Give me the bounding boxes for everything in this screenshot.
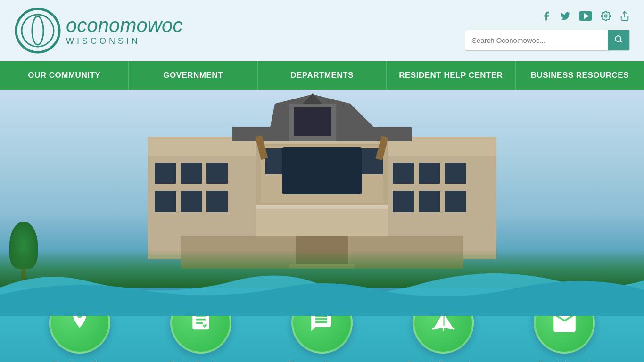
nav-departments[interactable]: DEPARTMENTS (258, 61, 387, 90)
quick-links-row: Eat, Stay, Play Visitor Information Doin… (0, 321, 644, 362)
svg-rect-32 (445, 163, 466, 184)
social-icons-bar (541, 11, 630, 24)
search-button[interactable] (608, 30, 629, 50)
logo-text: oconomowoc WISCONSIN (66, 16, 182, 46)
logo-area[interactable]: oconomowoc WISCONSIN (14, 7, 182, 54)
parks-recreation-title: Parks & Recreation (406, 360, 480, 362)
eat-stay-play-title: Eat, Stay, Play (52, 360, 107, 362)
settings-icon[interactable] (601, 11, 611, 24)
facebook-icon[interactable] (541, 11, 552, 24)
nav-our-community[interactable]: OUR COMMUNITY (0, 61, 129, 90)
stay-informed-title: Stay Informed (538, 360, 591, 362)
svg-rect-26 (155, 191, 176, 212)
state-name: WISCONSIN (66, 36, 182, 46)
header-right (465, 11, 630, 51)
svg-rect-31 (419, 163, 440, 184)
main-nav: OUR COMMUNITY GOVERNMENT DEPARTMENTS RES… (0, 61, 644, 90)
site-header: oconomowoc WISCONSIN (0, 0, 644, 61)
svg-point-7 (615, 36, 621, 41)
nav-government[interactable]: GOVERNMENT (129, 61, 257, 90)
svg-point-2 (32, 16, 43, 45)
report-concern-title: Report a Concern (289, 360, 356, 362)
svg-rect-20 (282, 147, 362, 194)
svg-rect-27 (181, 191, 202, 212)
nav-resident-help-center[interactable]: RESIDENT HELP CENTER (387, 61, 515, 90)
svg-marker-42 (444, 314, 452, 327)
svg-rect-33 (393, 191, 414, 212)
svg-point-5 (604, 15, 607, 17)
hero-section (0, 90, 644, 316)
share-icon[interactable] (619, 11, 630, 24)
doing-business-title: Doing Business (171, 360, 231, 362)
search-bar[interactable] (465, 30, 630, 51)
svg-line-8 (620, 41, 621, 42)
logo-circle-icon (14, 7, 61, 54)
building-illustration (110, 90, 534, 269)
svg-rect-35 (445, 191, 466, 212)
svg-rect-24 (181, 163, 202, 184)
svg-rect-25 (206, 163, 228, 184)
wave-transition (0, 259, 644, 316)
svg-rect-30 (393, 163, 414, 184)
svg-point-0 (16, 9, 59, 52)
twitter-icon[interactable] (560, 11, 570, 24)
svg-rect-13 (294, 107, 331, 136)
nav-business-resources[interactable]: BUSINESS RESOURCES (516, 61, 644, 90)
svg-rect-21 (256, 205, 388, 209)
city-name: oconomowoc (66, 16, 182, 35)
svg-rect-34 (419, 191, 440, 212)
search-input[interactable] (465, 32, 608, 49)
youtube-icon[interactable] (579, 11, 592, 24)
svg-rect-23 (155, 163, 176, 184)
svg-point-1 (22, 15, 54, 47)
svg-rect-28 (206, 191, 228, 212)
quick-links-section: Eat, Stay, Play Visitor Information Doin… (0, 316, 644, 362)
